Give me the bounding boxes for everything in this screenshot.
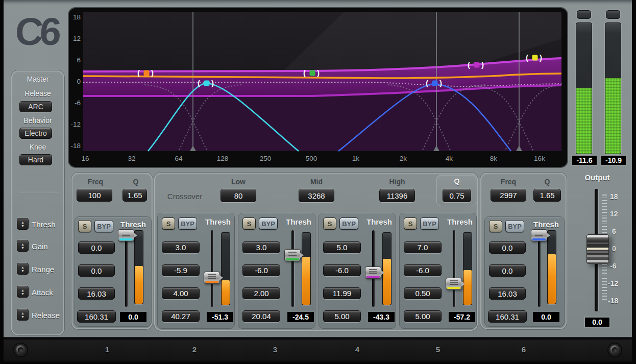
band-4-bypass-button[interactable]: BYP [339, 217, 358, 230]
bracket-left-icon: ( [526, 53, 528, 62]
band-1-range-box[interactable]: 0.0 [78, 264, 115, 277]
band-1-q-box[interactable]: 1.65 [123, 189, 147, 202]
q-header-label: Q [124, 178, 148, 186]
thresh-label: Thresh [445, 217, 475, 226]
clip-led-right[interactable] [606, 10, 620, 19]
band-6-bypass-button[interactable]: BYP [505, 220, 524, 232]
link-gain-stepper[interactable]: ▴ ▾ [17, 240, 29, 252]
band-6-thresh-value[interactable]: 0.0 [533, 312, 559, 322]
behavior-button[interactable]: Electro [19, 128, 52, 139]
freq-header-label: Freq [491, 178, 526, 186]
band-3-thresh-fader[interactable] [284, 249, 301, 261]
band-4-attack-box[interactable]: 11.99 [323, 287, 361, 299]
band-1-gain-box[interactable]: 0.0 [78, 241, 115, 254]
band-6-thresh-track[interactable] [538, 230, 541, 307]
band-3-level-meter [302, 232, 311, 305]
band-1-bypass-button[interactable]: BYP [94, 220, 113, 232]
band-6-attack-box[interactable]: 16.03 [489, 287, 526, 300]
band-5-range-box[interactable]: -6.0 [404, 264, 442, 276]
band-3-thresh-value[interactable]: -24.5 [287, 312, 314, 322]
band-6-gain-box[interactable]: 0.0 [489, 241, 526, 254]
band-5-thresh-fader[interactable] [446, 278, 462, 290]
band-1-solo-button[interactable]: S [78, 220, 91, 232]
link-range-stepper[interactable]: ▴ ▾ [17, 263, 29, 275]
output-fader-cap[interactable] [586, 234, 609, 264]
band-4-subpanel: S BYP Thresh 5.0 -6.0 11.99 5.00 -43.3 [319, 213, 396, 329]
band-4-range-box[interactable]: -6.0 [323, 264, 361, 276]
band-3-bypass-button[interactable]: BYP [259, 217, 278, 230]
svg-text:500: 500 [306, 155, 317, 162]
band-4-solo-button[interactable]: S [323, 217, 336, 230]
band-4-release-box[interactable]: 5.00 [323, 310, 361, 322]
band-1-thresh-value[interactable]: 0.0 [120, 312, 146, 322]
band-5-bypass-button[interactable]: BYP [420, 217, 439, 230]
band-3-solo-button[interactable]: S [242, 217, 256, 230]
band-4-thresh-fader[interactable] [365, 266, 381, 279]
band-5-thresh-track[interactable] [453, 230, 455, 307]
band-3-range-box[interactable]: -6.0 [242, 264, 280, 276]
band-6-solo-button[interactable]: S [489, 220, 502, 232]
band-6-panel: Freq Q 2997 1.65 S BYP Thresh 0.0 0.0 16… [480, 173, 567, 329]
crossover-q-box[interactable]: 0.75 [443, 189, 471, 202]
meter-fill [135, 266, 143, 304]
band-6-freq-box[interactable]: 2997 [491, 189, 526, 202]
band-3-attack-box[interactable]: 2.00 [242, 287, 280, 299]
band-3-subpanel: S BYP Thresh 3.0 -6.0 2.00 20.04 -24.5 [238, 213, 315, 329]
band-5-thresh-value[interactable]: -57.2 [449, 312, 475, 322]
band-3-thresh-track[interactable] [291, 230, 294, 307]
band-2-thresh-track[interactable] [211, 230, 213, 307]
band-2-thresh-value[interactable]: -51.3 [207, 312, 233, 322]
link-attack-stepper[interactable]: ▴ ▾ [17, 286, 29, 298]
band-3-gain-box[interactable]: 3.0 [242, 241, 280, 253]
link-attack-label: Attack [32, 288, 62, 297]
band-1-attack-box[interactable]: 16.03 [78, 287, 115, 300]
crossover-high-box[interactable]: 11396 [379, 189, 415, 202]
sidebar-divider [18, 192, 58, 193]
band-6-range-box[interactable]: 0.0 [489, 264, 526, 277]
band-1-freq-box[interactable]: 100 [77, 189, 112, 202]
band-1-release-box[interactable]: 160.31 [77, 310, 116, 323]
stepper-down-icon: ▾ [21, 269, 23, 273]
band-3-release-box[interactable]: 20.04 [242, 310, 280, 322]
output-scale-label: -18 [608, 297, 618, 305]
band-2-gain-box[interactable]: 3.0 [162, 241, 200, 253]
band-2-range-box[interactable]: -5.9 [162, 264, 200, 276]
band-number-label: 3 [273, 345, 277, 354]
svg-text:16k: 16k [534, 155, 545, 162]
band-2-solo-button[interactable]: S [162, 217, 175, 230]
band-6-q-box[interactable]: 1.65 [533, 189, 561, 202]
link-release-label: Release [32, 311, 64, 320]
output-value[interactable]: 0.0 [584, 317, 610, 328]
q-header-label: Q [533, 178, 561, 186]
band-6-release-box[interactable]: 160.31 [488, 310, 527, 323]
bracket-left-icon: ( [198, 79, 200, 87]
crossover-mid-box[interactable]: 3268 [299, 189, 334, 202]
band-5-release-box[interactable]: 5.00 [404, 310, 442, 322]
link-release-stepper[interactable]: ▴ ▾ [17, 309, 29, 321]
band-4-gain-box[interactable]: 5.0 [323, 241, 361, 253]
band-1-thresh-track[interactable] [125, 230, 128, 307]
band-1-thresh-fader[interactable] [118, 229, 134, 241]
crossover-low-box[interactable]: 80 [221, 189, 256, 202]
band-4-level-meter [382, 232, 392, 305]
band-2-bypass-button[interactable]: BYP [178, 217, 197, 230]
band-5-attack-box[interactable]: 0.50 [404, 287, 442, 299]
band-number-label: 5 [436, 345, 440, 354]
svg-text:-18: -18 [70, 142, 81, 150]
link-thresh-stepper[interactable]: ▴ ▾ [17, 218, 29, 230]
band-2-attack-box[interactable]: 4.00 [162, 287, 200, 299]
left-edge [0, 0, 4, 364]
band-5-gain-box[interactable]: 7.0 [404, 241, 442, 253]
band-5-solo-button[interactable]: S [404, 217, 417, 230]
band-6-thresh-fader[interactable] [531, 229, 547, 241]
band-4-thresh-value[interactable]: -43.3 [368, 312, 395, 322]
band-2-thresh-fader[interactable] [204, 272, 220, 284]
knee-button[interactable]: Hard [19, 154, 52, 165]
arc-release-button[interactable]: ARC [19, 101, 52, 112]
svg-text:32: 32 [128, 155, 135, 162]
output-scale-label: 0 [612, 245, 616, 253]
svg-text:64: 64 [175, 155, 183, 162]
band-2-release-box[interactable]: 40.27 [162, 310, 200, 322]
clip-led-left[interactable] [577, 10, 591, 19]
thresh-label: Thresh [283, 217, 314, 226]
